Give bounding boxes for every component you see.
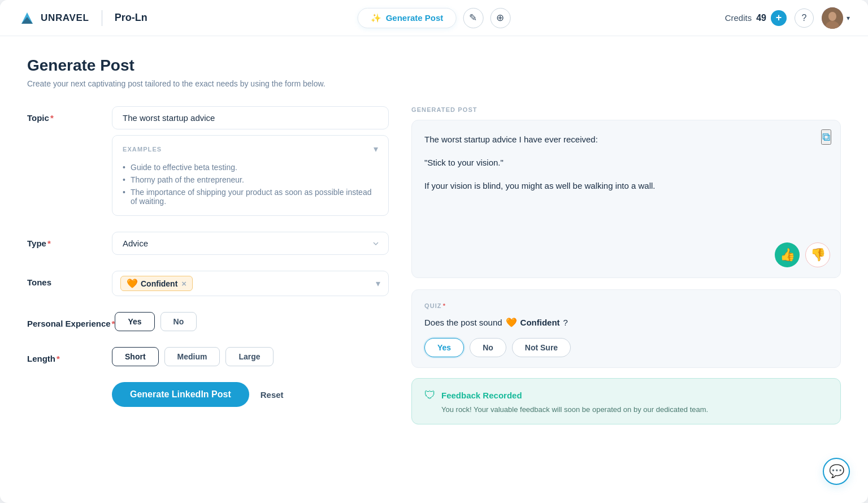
thumbs-up-icon: 👍: [780, 248, 795, 262]
thumbs-down-button[interactable]: 👎: [805, 242, 830, 267]
action-row: Generate LinkedIn Post Reset: [27, 382, 389, 407]
header-center-nav: ✨ Generate Post ✎ ⊕: [358, 8, 511, 28]
tones-input[interactable]: 🧡 Confident × ▾: [112, 271, 389, 296]
header-right: Credits 49 + ? ▾: [725, 7, 850, 29]
feedback-recorded-title: Feedback Recorded: [441, 391, 522, 400]
tones-control-area: 🧡 Confident × ▾: [112, 271, 389, 296]
personal-experience-yes-button[interactable]: Yes: [115, 312, 154, 331]
generated-post-section: GENERATED POST ⧉ The worst startup advic…: [411, 106, 841, 278]
quiz-buttons: Yes No Not Sure: [424, 338, 828, 357]
length-medium-button[interactable]: Medium: [164, 347, 220, 366]
generate-post-nav-label: Generate Post: [386, 13, 444, 23]
two-col-layout: Topic* EXAMPLES ▾ Guide to effective bet…: [27, 106, 841, 424]
topic-row: Topic* EXAMPLES ▾ Guide to effective bet…: [27, 106, 389, 216]
type-select[interactable]: Advice Story Insight Tip Question: [112, 232, 389, 255]
copy-post-button[interactable]: ⧉: [821, 129, 831, 145]
post-line-2: "Stick to your vision.": [424, 156, 828, 170]
length-label: Length*: [27, 347, 112, 363]
tones-label: Tones: [27, 271, 112, 287]
generate-linkedin-button[interactable]: Generate LinkedIn Post: [112, 382, 249, 407]
edit-nav-button[interactable]: ✎: [463, 8, 483, 28]
personal-experience-no-button[interactable]: No: [160, 312, 197, 331]
logo-text: UNRAVEL: [41, 12, 89, 24]
add-circle-icon: ⊕: [496, 12, 504, 24]
examples-chevron-icon: ▾: [374, 144, 378, 154]
quiz-question: Does the post sound 🧡 Confident ?: [424, 317, 828, 328]
personal-experience-label: Personal Experience*: [27, 312, 115, 328]
copy-icon: ⧉: [822, 131, 830, 143]
type-control-area: Advice Story Insight Tip Question: [112, 232, 389, 255]
example-item-3: The importance of shipping your product …: [123, 186, 378, 207]
topic-control-area: EXAMPLES ▾ Guide to effective beta testi…: [112, 106, 389, 216]
personal-experience-control-area: Yes No: [115, 312, 389, 331]
form-column: Topic* EXAMPLES ▾ Guide to effective bet…: [27, 106, 389, 424]
topic-input[interactable]: [112, 106, 389, 129]
examples-header[interactable]: EXAMPLES ▾: [123, 144, 378, 154]
type-row: Type* Advice Story Insight Tip Question: [27, 232, 389, 255]
feedback-recorded-message: You rock! Your valuable feedback will so…: [441, 405, 828, 414]
quiz-card: QUIZ* Does the post sound 🧡 Confident ? …: [411, 289, 841, 368]
examples-label: EXAMPLES: [123, 146, 162, 153]
post-line-3: If your vision is blind, you might as we…: [424, 179, 828, 193]
chat-float-button[interactable]: 💬: [823, 458, 850, 485]
example-item-2: Thorny path of the entrepreneur.: [123, 174, 378, 186]
thumbs-up-button[interactable]: 👍: [775, 242, 800, 267]
brand-name: Pro-Ln: [115, 12, 147, 24]
results-column: GENERATED POST ⧉ The worst startup advic…: [411, 106, 841, 424]
reset-button[interactable]: Reset: [261, 390, 284, 400]
feedback-recorded-header: 🛡 Feedback Recorded: [424, 389, 828, 402]
credits-count: 49: [756, 13, 766, 23]
logo-area: UNRAVEL Pro-Ln: [18, 9, 147, 27]
tone-tag-confident: 🧡 Confident ×: [120, 276, 193, 291]
avatar-image: [822, 7, 843, 29]
quiz-no-button[interactable]: No: [470, 338, 506, 357]
personal-experience-toggle-group: Yes No: [115, 312, 389, 331]
generate-post-nav-button[interactable]: ✨ Generate Post: [358, 8, 457, 28]
chat-icon: 💬: [829, 464, 844, 479]
feedback-thumbs-row: 👍 👎: [775, 242, 830, 267]
length-short-button[interactable]: Short: [112, 347, 159, 366]
credits-area: Credits 49 +: [725, 10, 787, 26]
length-row: Length* Short Medium Large: [27, 347, 389, 366]
edit-icon: ✎: [469, 12, 477, 24]
tone-emoji: 🧡: [127, 278, 138, 289]
tone-label: Confident: [141, 279, 177, 288]
quiz-yes-button[interactable]: Yes: [424, 338, 464, 357]
topic-label: Topic*: [27, 106, 112, 123]
wand-icon: ✨: [371, 13, 381, 23]
quiz-not-sure-button[interactable]: Not Sure: [512, 338, 571, 357]
tones-row: Tones 🧡 Confident × ▾: [27, 271, 389, 296]
quiz-section-label: QUIZ*: [424, 302, 828, 309]
quiz-tone-emoji: 🧡: [506, 317, 517, 328]
shield-icon: 🛡: [424, 389, 436, 402]
main-content: Generate Post Create your next captivati…: [0, 36, 868, 503]
avatar-area[interactable]: ▾: [822, 7, 850, 29]
app-header: UNRAVEL Pro-Ln ✨ Generate Post ✎ ⊕ Credi…: [0, 0, 868, 36]
page-subtitle: Create your next captivating post tailor…: [27, 79, 841, 88]
tone-remove-button[interactable]: ×: [181, 279, 186, 288]
generated-post-section-label: GENERATED POST: [411, 106, 841, 113]
avatar: [822, 7, 843, 29]
svg-point-3: [828, 12, 836, 21]
example-item-1: Guide to effective beta testing.: [123, 161, 378, 174]
add-credits-button[interactable]: +: [771, 10, 787, 26]
generated-post-card: ⧉ The worst startup advice I have ever r…: [411, 120, 841, 278]
page-title: Generate Post: [27, 57, 841, 75]
avatar-chevron-icon: ▾: [847, 14, 850, 22]
length-toggle-group: Short Medium Large: [112, 347, 389, 366]
add-circle-nav-button[interactable]: ⊕: [490, 8, 510, 28]
logo-divider: [102, 10, 102, 26]
help-button[interactable]: ?: [795, 8, 814, 28]
type-label: Type*: [27, 232, 112, 248]
examples-box: EXAMPLES ▾ Guide to effective beta testi…: [112, 135, 389, 216]
post-line-1: The worst startup advice I have ever rec…: [424, 133, 828, 147]
length-control-area: Short Medium Large: [112, 347, 389, 366]
logo-icon: [18, 9, 36, 27]
length-large-button[interactable]: Large: [225, 347, 273, 366]
feedback-recorded-card: 🛡 Feedback Recorded You rock! Your valua…: [411, 378, 841, 424]
credits-label: Credits: [725, 13, 752, 23]
help-icon: ?: [802, 13, 807, 23]
tones-chevron-icon: ▾: [376, 278, 380, 289]
thumbs-down-icon: 👎: [810, 248, 826, 262]
quiz-tone-label: Confident: [520, 318, 560, 327]
